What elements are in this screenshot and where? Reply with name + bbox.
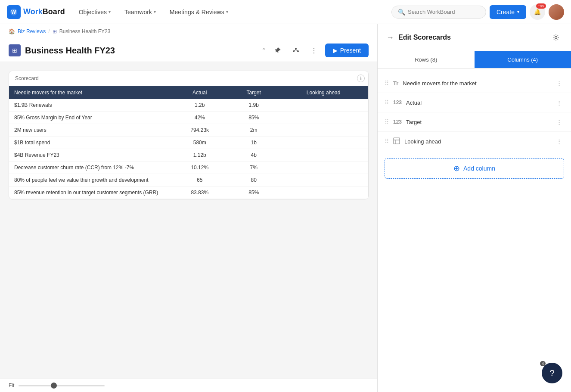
row-looking (279, 137, 368, 149)
table-row: 80% of people feel we value their growth… (9, 174, 368, 187)
search-icon: 🔍 (398, 9, 405, 16)
add-column-button[interactable]: ⊕Add column (385, 158, 564, 179)
right-panel-header: → Edit Scorecards (378, 24, 571, 51)
row-looking (279, 162, 368, 174)
row-looking (279, 174, 368, 187)
breadcrumb-current: Business Health FY23 (59, 28, 111, 34)
search-box[interactable]: 🔍 (391, 6, 486, 19)
drag-handle[interactable]: ⠿ (385, 80, 389, 87)
col-header-looking: Looking ahead (279, 86, 368, 99)
breadcrumb-page-icon: ⊞ (53, 28, 57, 34)
breadcrumb-separator: / (48, 28, 50, 34)
chevron-down-icon: ▾ (154, 9, 156, 14)
pin-button[interactable] (271, 44, 285, 57)
column-more-button[interactable]: ⋮ (554, 97, 564, 108)
svg-point-2 (295, 48, 297, 50)
table-row: 85% Gross Margin by End of Year 42% 85% (9, 112, 368, 124)
column-item: ⠿ 123 Actual ⋮ (378, 93, 571, 112)
scorecard-table: Needle movers for the market Actual Targ… (9, 86, 368, 199)
zoom-label: Fit (9, 383, 14, 389)
column-type-icon: Tr (393, 80, 398, 87)
row-looking (279, 99, 368, 112)
drag-handle[interactable]: ⠿ (385, 138, 389, 145)
row-target: 4b (229, 149, 279, 162)
page-header: ⊞ Business Health FY23 ⌃ ⋮ ▶ Present (0, 39, 377, 62)
notifications-button[interactable]: 🔔 +99 (530, 4, 545, 20)
drag-handle[interactable]: ⠿ (385, 118, 389, 125)
nav-teamwork[interactable]: Teamwork ▾ (119, 5, 161, 19)
number-type-icon: 123 (393, 100, 402, 106)
create-button[interactable]: Create ▾ (490, 5, 526, 19)
page-title: Business Health FY23 (25, 46, 257, 56)
settings-button[interactable] (549, 31, 562, 44)
search-input[interactable] (408, 9, 477, 15)
row-name: Decrease customer churn rate (CCR) from … (9, 162, 171, 174)
zoom-slider[interactable] (19, 385, 105, 386)
row-name: 80% of people feel we value their growth… (9, 174, 171, 187)
row-looking (279, 112, 368, 124)
top-navigation: W WorkWorkBoardBoard Objectives ▾ Teamwo… (0, 0, 571, 24)
column-name: Target (406, 119, 549, 125)
column-type-icon: 123 (393, 100, 402, 106)
more-options-button[interactable]: ⋮ (307, 44, 321, 57)
svg-point-7 (555, 37, 557, 39)
scorecard-info-icon[interactable]: ℹ (357, 75, 365, 82)
table-type-icon (393, 137, 400, 146)
column-more-button[interactable]: ⋮ (554, 78, 564, 88)
chevron-down-icon: ▾ (517, 9, 519, 14)
page-actions: ⋮ ▶ Present (271, 44, 369, 57)
row-target: 80 (229, 174, 279, 187)
row-name: $4B Revenue FY23 (9, 149, 171, 162)
svg-line-6 (296, 50, 298, 51)
left-panel: 🏠 Biz Reviews / ⊞ Business Health FY23 ⊞… (0, 24, 377, 392)
plus-icon: ⊕ (453, 164, 460, 173)
column-name: Looking ahead (404, 138, 549, 145)
row-name: 2M new users (9, 124, 171, 137)
row-target: 7% (229, 162, 279, 174)
row-actual: 580m (171, 137, 229, 149)
right-panel: → Edit Scorecards Rows (8) Columns (4) ⠿… (377, 24, 571, 392)
breadcrumb-home[interactable]: Biz Reviews (18, 28, 46, 34)
help-badge: 4 (540, 361, 546, 366)
row-target: 1b (229, 137, 279, 149)
help-button[interactable]: 4 ? (542, 363, 562, 383)
collapse-button[interactable]: ⌃ (261, 47, 267, 54)
row-actual: 83.83% (171, 187, 229, 199)
row-actual: 1.12b (171, 149, 229, 162)
column-type-icon: 123 (393, 119, 402, 125)
right-panel-body: ⠿ Tr Needle movers for the market ⋮ ⠿ 12… (378, 68, 571, 392)
column-name: Actual (406, 100, 549, 106)
nav-objectives[interactable]: Objectives ▾ (74, 5, 116, 19)
column-item: ⠿ Tr Needle movers for the market ⋮ (378, 74, 571, 93)
row-looking (279, 187, 368, 199)
row-name: $1.9B Renewals (9, 99, 171, 112)
svg-line-5 (294, 50, 296, 51)
present-button[interactable]: ▶ Present (325, 44, 369, 57)
logo[interactable]: W WorkWorkBoardBoard (7, 5, 65, 19)
number-type-icon: 123 (393, 119, 402, 125)
row-looking (279, 124, 368, 137)
avatar[interactable] (549, 4, 564, 20)
table-row: 2M new users 794.23k 2m (9, 124, 368, 137)
row-name: 85% revenue retention in our target cust… (9, 187, 171, 199)
row-target: 1.9b (229, 99, 279, 112)
logo-text: WorkWorkBoardBoard (23, 7, 65, 16)
row-looking (279, 149, 368, 162)
row-name: 85% Gross Margin by End of Year (9, 112, 171, 124)
row-target: 85% (229, 112, 279, 124)
drag-handle[interactable]: ⠿ (385, 99, 389, 106)
svg-text:W: W (11, 9, 16, 15)
row-actual: 1.2b (171, 99, 229, 112)
scorecard-label: Scorecard (9, 71, 368, 86)
play-icon: ▶ (333, 47, 338, 54)
column-more-button[interactable]: ⋮ (554, 136, 564, 146)
collapse-right-icon[interactable]: → (386, 33, 394, 42)
table-row: Decrease customer churn rate (CCR) from … (9, 162, 368, 174)
nav-meetings[interactable]: Meetings & Reviews ▾ (164, 5, 233, 19)
svg-rect-8 (394, 138, 400, 144)
column-more-button[interactable]: ⋮ (554, 117, 564, 127)
tab-rows[interactable]: Rows (8) (378, 51, 475, 68)
share-button[interactable] (289, 44, 303, 57)
right-panel-tabs: Rows (8) Columns (4) (378, 51, 571, 68)
tab-columns[interactable]: Columns (4) (475, 51, 571, 68)
